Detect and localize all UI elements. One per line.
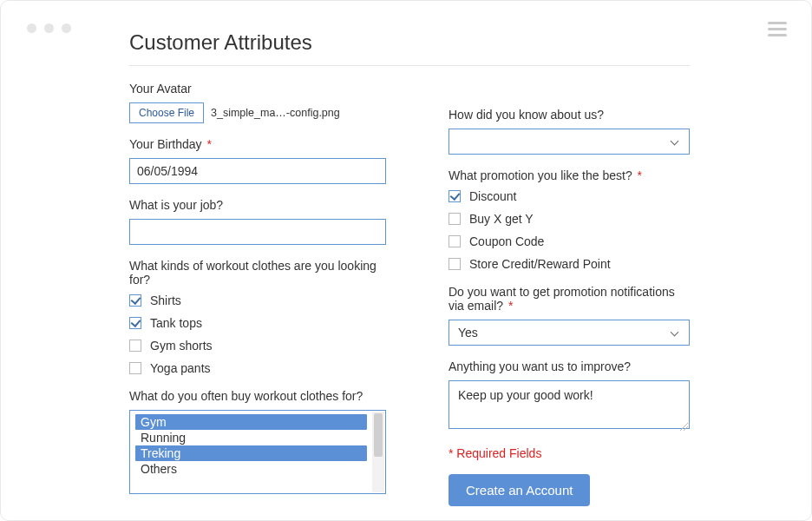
required-star: * [638, 168, 642, 182]
birthday-input[interactable] [129, 158, 386, 184]
left-column: Your Avatar Choose File 3_simple_ma…-con… [129, 82, 398, 506]
list-option-treking[interactable]: Treking [135, 445, 367, 461]
promotions-label-text: What promotion you like the best? [449, 168, 632, 182]
referral-select[interactable] [449, 129, 690, 155]
checkbox-label: Tank tops [150, 316, 202, 330]
checkbox-label: Store Credit/Reward Point [469, 257, 611, 271]
checkbox-row-gym-shorts[interactable]: Gym shorts [129, 339, 398, 353]
notifications-select[interactable]: Yes [449, 320, 690, 346]
notifications-select-wrap: Yes [449, 320, 690, 346]
listbox-inner: Gym Running Treking Others [130, 411, 372, 493]
file-row: Choose File 3_simple_ma…-config.png [129, 102, 398, 123]
form-columns: Your Avatar Choose File 3_simple_ma…-con… [129, 82, 690, 506]
job-field: What is your job? [129, 198, 398, 245]
referral-field: How did you know about us? [449, 108, 690, 155]
referral-label: How did you know about us? [449, 108, 690, 122]
choose-file-button[interactable]: Choose File [129, 102, 204, 123]
buy-for-label: What do you often buy workout clothes fo… [129, 389, 398, 403]
window-controls [27, 23, 71, 33]
list-option-others[interactable]: Others [130, 461, 372, 477]
checkbox-icon[interactable] [129, 317, 141, 329]
right-column: How did you know about us? What promotio… [449, 82, 690, 506]
app-window: Customer Attributes Your Avatar Choose F… [0, 0, 812, 521]
job-label: What is your job? [129, 198, 398, 212]
promotions-field: What promotion you like the best? * Disc… [449, 168, 690, 271]
buy-for-field: What do you often buy workout clothes fo… [129, 389, 398, 494]
checkbox-row-buy-x-get-y[interactable]: Buy X get Y [449, 212, 690, 226]
checkbox-row-store-credit[interactable]: Store Credit/Reward Point [449, 257, 690, 271]
required-star: * [206, 137, 211, 151]
workout-kinds-field: What kinds of workout clothes are you lo… [129, 259, 398, 375]
required-star: * [508, 299, 513, 313]
notifications-select-value: Yes [458, 326, 478, 340]
checkbox-icon[interactable] [129, 362, 141, 374]
improve-label: Anything you want us to improve? [449, 359, 690, 373]
required-fields-note: * Required Fields [449, 446, 690, 460]
window-dot [62, 23, 71, 33]
window-dot [44, 23, 54, 33]
birthday-label: Your Birthday * [129, 137, 398, 151]
avatar-field: Your Avatar Choose File 3_simple_ma…-con… [129, 82, 398, 123]
referral-select-wrap [449, 129, 690, 155]
checkbox-label: Discount [469, 189, 516, 203]
notifications-field: Do you want to get promotion notificatio… [449, 285, 690, 346]
checkbox-label: Shirts [150, 293, 181, 307]
birthday-label-text: Your Birthday [129, 137, 202, 151]
window-dot [27, 23, 36, 33]
buy-for-listbox[interactable]: Gym Running Treking Others [129, 410, 386, 494]
promotions-label: What promotion you like the best? * [449, 168, 690, 182]
create-account-button[interactable]: Create an Account [449, 474, 590, 506]
content-area: Customer Attributes Your Avatar Choose F… [1, 1, 811, 506]
checkbox-icon[interactable] [129, 340, 141, 352]
improve-field: Anything you want us to improve? [449, 359, 690, 432]
checkbox-row-coupon-code[interactable]: Coupon Code [449, 234, 690, 248]
job-input[interactable] [129, 219, 386, 245]
checkbox-icon[interactable] [129, 294, 141, 307]
workout-kinds-label: What kinds of workout clothes are you lo… [129, 259, 398, 287]
checkbox-row-discount[interactable]: Discount [449, 189, 690, 203]
menu-icon[interactable] [768, 22, 787, 36]
notifications-label: Do you want to get promotion notificatio… [449, 285, 690, 313]
checkbox-label: Yoga pants [150, 361, 211, 375]
checkbox-icon[interactable] [449, 213, 461, 225]
checkbox-label: Gym shorts [150, 339, 213, 353]
notifications-label-text: Do you want to get promotion notificatio… [449, 285, 675, 313]
improve-textarea[interactable] [449, 380, 690, 429]
checkbox-icon[interactable] [449, 235, 461, 247]
checkbox-row-shirts[interactable]: Shirts [129, 293, 398, 307]
birthday-field: Your Birthday * [129, 137, 398, 184]
checkbox-icon[interactable] [449, 258, 461, 270]
checkbox-label: Buy X get Y [469, 212, 534, 226]
checkbox-label: Coupon Code [469, 234, 544, 248]
checkbox-row-yoga-pants[interactable]: Yoga pants [129, 361, 398, 375]
checkbox-icon[interactable] [449, 190, 461, 202]
chosen-filename: 3_simple_ma…-config.png [211, 107, 340, 119]
scrollbar-thumb[interactable] [374, 413, 383, 457]
listbox-scrollbar[interactable] [372, 412, 384, 492]
list-option-gym[interactable]: Gym [135, 414, 367, 430]
improve-textarea-wrap [449, 380, 690, 432]
list-option-running[interactable]: Running [130, 430, 372, 445]
avatar-label: Your Avatar [129, 82, 398, 96]
page-title: Customer Attributes [129, 30, 690, 66]
checkbox-row-tank-tops[interactable]: Tank tops [129, 316, 398, 330]
